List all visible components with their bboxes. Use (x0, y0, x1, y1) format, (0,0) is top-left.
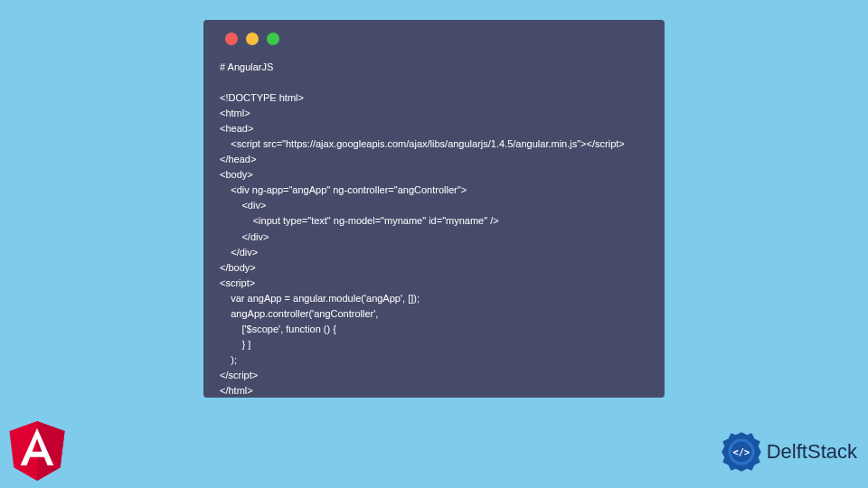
svg-text:</>: </> (732, 446, 750, 457)
code-window: # AngularJS <!DOCTYPE html> <html> <head… (203, 20, 665, 398)
delftstack-badge-icon: </> (718, 428, 765, 475)
svg-marker-1 (37, 421, 65, 481)
close-icon[interactable] (225, 33, 238, 45)
code-title: # AngularJS (220, 61, 273, 72)
code-block: # AngularJS <!DOCTYPE html> <html> <head… (220, 60, 648, 399)
angular-logo-icon (9, 421, 65, 481)
delftstack-logo: </> DelftStack (718, 428, 857, 475)
delftstack-label: DelftStack (767, 440, 857, 464)
window-controls (225, 33, 648, 45)
minimize-icon[interactable] (246, 33, 259, 45)
maximize-icon[interactable] (267, 33, 279, 45)
code-body: <!DOCTYPE html> <html> <head> <script sr… (220, 92, 625, 396)
